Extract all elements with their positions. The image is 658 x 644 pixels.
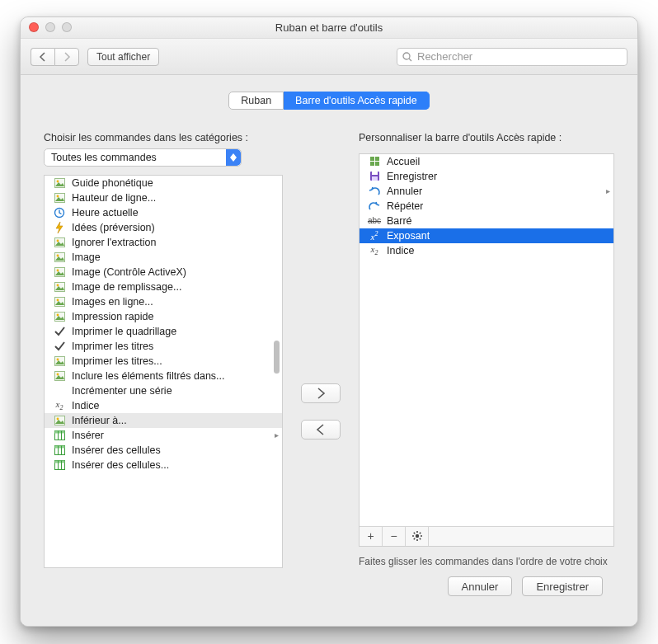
- list-item[interactable]: Hauteur de ligne...: [45, 190, 282, 205]
- drag-hint: Faites glisser les commandes dans l'ordr…: [359, 555, 614, 568]
- search-placeholder: Rechercher: [417, 50, 472, 63]
- img-icon: [53, 266, 66, 279]
- svg-line-49: [413, 533, 414, 534]
- tab-ribbon[interactable]: Ruban: [228, 92, 284, 110]
- list-item-label: Répéter: [387, 200, 423, 212]
- list-item[interactable]: Imprimer les titres...: [45, 354, 282, 369]
- list-item-label: Barré: [387, 215, 412, 227]
- list-item-label: Incrémenter une série: [72, 385, 172, 397]
- svg-rect-26: [54, 430, 64, 433]
- commands-list[interactable]: Guide phonétiqueHauteur de ligne...Heure…: [44, 175, 283, 568]
- svg-rect-30: [54, 445, 64, 448]
- list-item-label: Imprimer le quadrillage: [72, 326, 176, 337]
- qat-remove-button[interactable]: −: [383, 527, 406, 546]
- svg-rect-43: [372, 176, 378, 181]
- list-item-label: Guide phonétique: [72, 177, 153, 189]
- list-item-label: Indice: [72, 400, 99, 411]
- list-item[interactable]: Image de remplissage...: [45, 280, 282, 294]
- list-item-label: Imprimer les titres: [72, 341, 153, 352]
- list-item[interactable]: Accueil: [360, 154, 613, 169]
- list-item[interactable]: Insérer des cellules: [45, 443, 282, 458]
- grid-icon: [368, 155, 381, 168]
- tab-switcher: Ruban Barre d'outils Accès rapide: [44, 92, 614, 110]
- chevron-right-icon: ▸: [275, 430, 279, 440]
- list-item[interactable]: Répéter: [360, 199, 613, 214]
- list-item[interactable]: Heure actuelle: [45, 205, 282, 220]
- ltlt-icon: [53, 414, 66, 427]
- qat-settings-button[interactable]: [406, 527, 429, 546]
- bolt-icon: [53, 221, 66, 234]
- svg-rect-39: [370, 162, 374, 166]
- zoom-icon[interactable]: [62, 22, 72, 32]
- save-icon: [368, 170, 381, 183]
- svg-line-1: [409, 59, 411, 61]
- svg-rect-40: [375, 162, 379, 166]
- toolbar: Tout afficher Rechercher: [21, 39, 637, 75]
- list-item-label: Accueil: [387, 156, 420, 167]
- list-item[interactable]: Annuler▸: [360, 184, 613, 199]
- svg-point-22: [56, 373, 59, 375]
- qat-column: Personnaliser la barre d'outils Accès ra…: [359, 131, 614, 568]
- search-input[interactable]: Rechercher: [397, 48, 627, 66]
- qat-heading: Personnaliser la barre d'outils Accès ra…: [359, 131, 614, 145]
- list-item[interactable]: Imprimer le quadrillage: [45, 324, 282, 339]
- preferences-window: Ruban et barre d'outils Tout afficher Re…: [20, 16, 638, 627]
- svg-rect-37: [370, 157, 374, 161]
- qat-list[interactable]: AccueilEnregistrerAnnuler▸RépéterabcBarr…: [359, 153, 614, 547]
- transfer-buttons: [296, 131, 345, 568]
- check-icon: [53, 325, 66, 338]
- qat-add-button[interactable]: +: [360, 527, 383, 546]
- svg-point-20: [56, 358, 59, 360]
- svg-point-14: [56, 284, 59, 286]
- close-icon[interactable]: [29, 22, 39, 32]
- list-item[interactable]: Inférieur à...: [45, 413, 282, 428]
- save-button[interactable]: Enregistrer: [522, 576, 603, 596]
- list-item[interactable]: Ignorer l'extraction: [45, 235, 282, 250]
- list-item[interactable]: Images en ligne...: [45, 294, 282, 309]
- list-item-label: Inférieur à...: [72, 415, 127, 426]
- list-item[interactable]: Incrémenter une série: [45, 383, 282, 398]
- footer-buttons: Annuler Enregistrer: [44, 568, 614, 609]
- insert-icon: [53, 458, 66, 472]
- block-icon: [53, 236, 66, 249]
- list-item[interactable]: Enregistrer: [360, 169, 613, 184]
- list-item[interactable]: Inclure les éléments filtrés dans...: [45, 369, 282, 383]
- remove-button[interactable]: [301, 420, 341, 440]
- list-item[interactable]: Imprimer les titres: [45, 339, 282, 354]
- list-item[interactable]: Impression rapide: [45, 309, 282, 324]
- list-item[interactable]: x2Indice: [360, 243, 613, 258]
- svg-point-44: [415, 534, 418, 538]
- minimize-icon[interactable]: [45, 22, 55, 32]
- list-item-label: Insérer des cellules...: [72, 459, 169, 471]
- list-item[interactable]: Insérer▸: [45, 428, 282, 443]
- titles-icon: [53, 355, 66, 368]
- gear-icon: [412, 531, 422, 541]
- list-item[interactable]: Guide phonétique: [45, 176, 282, 190]
- list-item[interactable]: x2Indice: [45, 398, 282, 413]
- list-item-label: Images en ligne...: [72, 296, 153, 308]
- x-sup-icon: x2: [368, 229, 381, 242]
- list-item[interactable]: Image: [45, 250, 282, 265]
- img-icon: [53, 280, 66, 294]
- x2-icon: x2: [53, 399, 66, 412]
- list-item[interactable]: Idées (préversion): [45, 220, 282, 235]
- window-title: Ruban et barre d'outils: [275, 21, 383, 34]
- add-button[interactable]: [301, 383, 341, 403]
- back-button[interactable]: [31, 48, 54, 66]
- scrollbar-thumb[interactable]: [274, 341, 280, 374]
- show-all-button[interactable]: Tout afficher: [87, 48, 159, 66]
- list-item-label: Exposant: [387, 230, 430, 242]
- x2-icon: x2: [368, 244, 381, 257]
- select-stepper-icon: [226, 149, 241, 166]
- list-item[interactable]: Insérer des cellules...: [45, 458, 282, 472]
- category-select[interactable]: Toutes les commandes: [44, 148, 242, 167]
- cancel-button[interactable]: Annuler: [448, 576, 513, 596]
- list-item-label: Heure actuelle: [72, 207, 139, 219]
- tab-qat[interactable]: Barre d'outils Accès rapide: [284, 92, 430, 110]
- forward-button[interactable]: [54, 48, 79, 66]
- list-item-label: Indice: [387, 245, 414, 256]
- list-item[interactable]: abcBarré: [360, 214, 613, 228]
- list-item-label: Image (Contrôle ActiveX): [72, 266, 186, 278]
- list-item[interactable]: Image (Contrôle ActiveX): [45, 265, 282, 280]
- list-item[interactable]: x2Exposant: [360, 228, 613, 243]
